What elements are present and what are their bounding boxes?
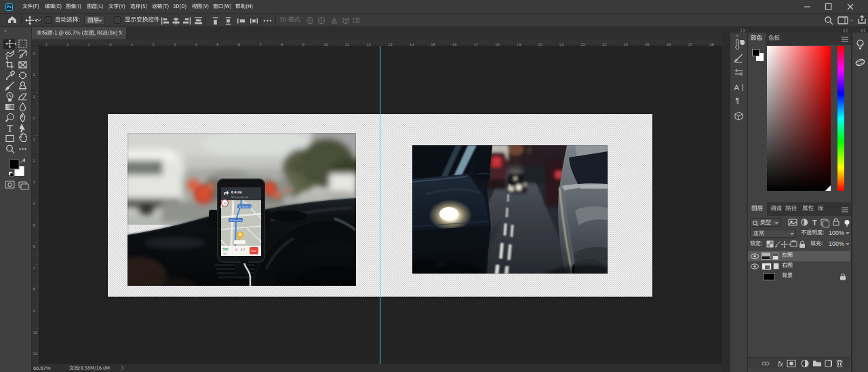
svg-text:1: 1 [33, 137, 36, 141]
svg-text:0.4 mi: 0.4 mi [231, 190, 242, 194]
svg-text:20: 20 [223, 202, 226, 205]
svg-text:«: « [736, 33, 738, 38]
svg-text:10: 10 [33, 331, 38, 335]
svg-text:min: min [223, 253, 227, 255]
svg-text:7: 7 [33, 266, 36, 270]
svg-text:W Franklin St: W Franklin St [231, 196, 249, 199]
svg-text:¶: ¶ [736, 96, 740, 105]
svg-text:2: 2 [33, 73, 36, 77]
svg-text:3: 3 [33, 52, 36, 56]
svg-text:4.7: 4.7 [241, 248, 245, 251]
svg-text:2: 2 [33, 159, 36, 163]
svg-text:8: 8 [33, 287, 36, 291]
svg-text:T: T [7, 123, 13, 134]
svg-text:W Franklin: W Franklin [230, 219, 242, 222]
svg-text:End: End [252, 250, 256, 253]
svg-text:T: T [812, 219, 817, 227]
svg-text:505: 505 [223, 248, 229, 251]
svg-text:11: 11 [33, 352, 38, 356]
svg-text:1: 1 [33, 94, 36, 98]
svg-text:0: 0 [33, 116, 36, 120]
svg-text:A: A [734, 83, 740, 92]
svg-text:3: 3 [33, 180, 36, 184]
svg-text:5: 5 [33, 223, 36, 227]
svg-text:6: 6 [33, 244, 36, 248]
svg-text:4: 4 [33, 202, 36, 206]
svg-text:fx: fx [778, 360, 784, 368]
svg-text:9: 9 [33, 309, 36, 313]
svg-text:W Smith St: W Smith St [239, 206, 252, 208]
svg-text:»: » [4, 29, 7, 33]
